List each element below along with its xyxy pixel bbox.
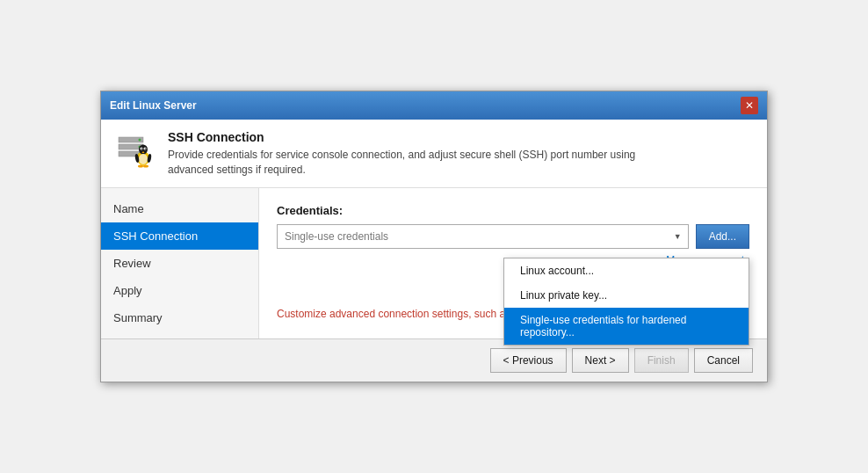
sidebar-item-review[interactable]: Review	[101, 250, 258, 277]
credentials-label: Credentials:	[277, 204, 749, 217]
add-button[interactable]: Add...	[696, 224, 749, 249]
main-content: Credentials: Single-use credentials Add.…	[259, 188, 767, 338]
svg-point-3	[139, 138, 141, 141]
dropdown-item-single-use-hardened[interactable]: Single-use credentials for hardened repo…	[504, 308, 749, 345]
dropdown-item-linux-account[interactable]: Linux account...	[504, 258, 749, 283]
credentials-row: Single-use credentials Add... Linux acco…	[277, 224, 749, 249]
edit-linux-server-dialog: Edit Linux Server ✕	[100, 91, 768, 383]
svg-point-11	[141, 148, 142, 149]
previous-button[interactable]: < Previous	[490, 348, 567, 373]
cancel-button[interactable]: Cancel	[694, 348, 753, 373]
credentials-select-wrapper: Single-use credentials	[277, 224, 689, 249]
svg-point-8	[139, 154, 148, 164]
header-title: SSH Connection	[168, 130, 660, 144]
sidebar-item-summary[interactable]: Summary	[101, 304, 258, 331]
next-button[interactable]: Next >	[572, 348, 629, 373]
dialog-header: SSH Connection Provide credentials for s…	[101, 120, 767, 189]
dialog-title: Edit Linux Server	[110, 99, 197, 112]
add-btn-wrapper: Add... Linux account... Linux private ke…	[696, 224, 749, 249]
header-text: SSH Connection Provide credentials for s…	[168, 130, 660, 178]
server-icon	[113, 130, 156, 172]
dialog-body: Name SSH Connection Review Apply Summary…	[101, 188, 767, 338]
sidebar-item-apply[interactable]: Apply	[101, 277, 258, 304]
close-button[interactable]: ✕	[741, 97, 758, 114]
sidebar-item-name[interactable]: Name	[101, 195, 258, 222]
header-description: Provide credentials for service console …	[168, 148, 660, 178]
add-dropdown-menu: Linux account... Linux private key... Si…	[503, 258, 749, 346]
finish-button[interactable]: Finish	[634, 348, 689, 373]
svg-point-14	[138, 164, 143, 167]
credentials-select[interactable]: Single-use credentials	[277, 224, 689, 249]
svg-point-12	[145, 148, 146, 149]
dropdown-item-linux-private-key[interactable]: Linux private key...	[504, 283, 749, 308]
title-bar: Edit Linux Server ✕	[101, 91, 767, 120]
svg-point-15	[143, 164, 148, 167]
sidebar: Name SSH Connection Review Apply Summary	[101, 188, 259, 338]
sidebar-item-ssh-connection[interactable]: SSH Connection	[101, 222, 258, 250]
